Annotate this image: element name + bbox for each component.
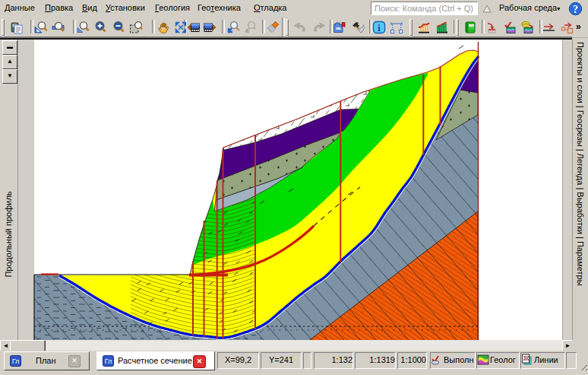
svg-text:Гл: Гл xyxy=(12,358,20,365)
svg-text:?: ? xyxy=(573,4,578,15)
svg-text:Гл: Гл xyxy=(105,358,112,365)
